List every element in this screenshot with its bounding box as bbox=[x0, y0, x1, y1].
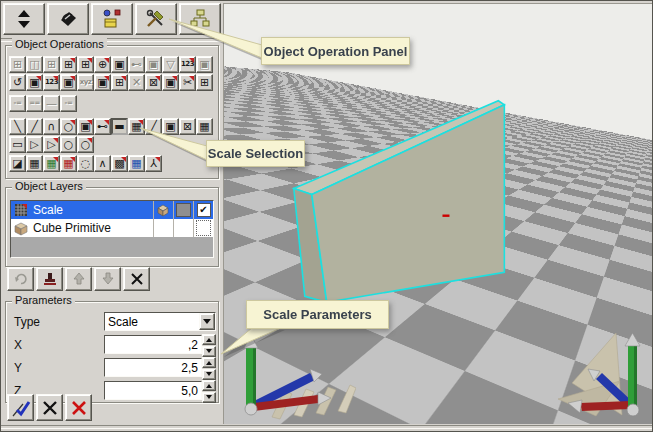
op-scale-icon[interactable]: ▦ bbox=[128, 118, 145, 135]
parameters-panel: Parameters Type Scale X ,2 Y 2,5 Z bbox=[5, 301, 219, 403]
cancel-x-icon bbox=[40, 398, 60, 418]
y-spin-up[interactable] bbox=[202, 357, 216, 368]
combo-dropdown-button[interactable] bbox=[199, 313, 215, 330]
stamp-button[interactable] bbox=[36, 267, 63, 291]
op-numbers-list-icon[interactable]: 123 bbox=[43, 74, 60, 91]
op-numbers-icon[interactable]: 123 bbox=[179, 56, 196, 73]
object-operations-button[interactable] bbox=[135, 3, 177, 35]
op-dimension-icon[interactable]: ⊷ bbox=[94, 118, 111, 135]
op-connector-d-icon: -= bbox=[60, 95, 77, 112]
move-down-button bbox=[94, 267, 121, 291]
main-toolbar bbox=[3, 3, 221, 35]
op-grid-red-icon[interactable]: ▦ bbox=[60, 155, 77, 172]
callout-object-operation-panel: Object Operation Panel bbox=[261, 37, 410, 65]
op-copy-slash-icon[interactable]: ▣ bbox=[162, 74, 179, 91]
op-paint-bucket-icon[interactable]: ◪ bbox=[9, 155, 26, 172]
op-box-cross-icon[interactable]: ⊠ bbox=[179, 118, 196, 135]
swap-vertical-icon bbox=[12, 7, 36, 31]
type-combobox[interactable]: Scale bbox=[104, 312, 216, 331]
parameters-title: Parameters bbox=[12, 294, 75, 306]
refresh-button bbox=[7, 267, 34, 291]
object-operations-grid: ⊞◫⊞⊞⊞⊕▣⊷▣▽123▣↺▣123▣xyz▣⊞✕⊠▣✂⊞-===—-=╲╱∩… bbox=[9, 56, 213, 173]
op-grid-dense-icon[interactable]: ⊞ bbox=[196, 74, 213, 91]
package-icon bbox=[100, 7, 124, 31]
op-connector-b-icon: == bbox=[26, 95, 43, 112]
op-tree-icon[interactable]: ⅄ bbox=[145, 155, 162, 172]
app-window: Object Operations ⊞◫⊞⊞⊞⊕▣⊷▣▽123▣↺▣123▣xy… bbox=[0, 0, 653, 432]
op-triangle-icon[interactable]: ▷ bbox=[26, 136, 43, 153]
z-spin-up[interactable] bbox=[202, 380, 216, 391]
op-copy-move-icon[interactable]: ▣ bbox=[60, 74, 77, 91]
fill-color-button[interactable] bbox=[47, 3, 89, 35]
export-package-button[interactable] bbox=[91, 3, 133, 35]
hierarchy-button[interactable] bbox=[179, 3, 221, 35]
viewport-3d[interactable] bbox=[223, 3, 652, 424]
op-scissors-icon[interactable]: ✂ bbox=[179, 74, 196, 91]
op-ellipse-b-icon[interactable]: ○ bbox=[77, 136, 94, 153]
op-polyline-icon[interactable]: ╲ bbox=[9, 118, 26, 135]
z-spin-down[interactable] bbox=[202, 392, 216, 403]
op-grid-all-icon[interactable]: ⊞ bbox=[77, 56, 94, 73]
hierarchy-icon bbox=[188, 7, 212, 31]
apply-button[interactable] bbox=[7, 394, 34, 421]
x-spin-up[interactable] bbox=[202, 334, 216, 345]
op-noise-icon[interactable]: ▩ bbox=[111, 155, 128, 172]
op-box-x-icon[interactable]: ⊠ bbox=[145, 74, 162, 91]
op-flatten-icon[interactable]: ▬ bbox=[111, 118, 128, 135]
layer-visible-checkbox[interactable]: ✔ bbox=[193, 201, 213, 219]
op-copy-object-icon[interactable]: ▣ bbox=[111, 56, 128, 73]
x-field[interactable]: ,2 bbox=[104, 335, 202, 354]
refresh-icon bbox=[13, 271, 29, 287]
object-layers-panel: Object Layers Scale ✔ bbox=[5, 187, 219, 267]
status-bar-divider bbox=[1, 425, 652, 429]
op-copy-stack-icon[interactable]: ▣ bbox=[94, 74, 111, 91]
x-spin-down[interactable] bbox=[202, 346, 216, 357]
layer-toolbar bbox=[7, 267, 150, 291]
op-copy-corner-icon[interactable]: ▣ bbox=[26, 74, 43, 91]
cube-icon bbox=[11, 219, 31, 237]
layer-visible-checkbox[interactable] bbox=[193, 219, 213, 237]
layer-row-cube-primitive[interactable]: Cube Primitive bbox=[11, 219, 213, 237]
type-value: Scale bbox=[105, 313, 199, 330]
op-ellipse-icon[interactable]: ○ bbox=[60, 136, 77, 153]
op-rectangle-icon[interactable]: ▭ bbox=[9, 136, 26, 153]
op-grid-green-icon[interactable]: ▦ bbox=[43, 155, 60, 172]
delete-layer-button[interactable] bbox=[123, 267, 150, 291]
op-triangle-b-icon[interactable]: ▷ bbox=[43, 136, 60, 153]
delete-button[interactable] bbox=[65, 394, 92, 421]
op-grid-heavy-icon[interactable]: ▦ bbox=[196, 118, 213, 135]
cancel-button[interactable] bbox=[36, 394, 63, 421]
type-label: Type bbox=[14, 315, 40, 329]
z-spinner bbox=[202, 380, 216, 401]
apply-check-icon bbox=[11, 398, 31, 418]
y-spin-down[interactable] bbox=[202, 369, 216, 380]
op-slant-icon[interactable]: ╱ bbox=[145, 118, 162, 135]
chevron-down-icon bbox=[203, 319, 211, 328]
fill-bucket-icon bbox=[56, 7, 80, 31]
swap-vertical-button[interactable] bbox=[3, 3, 45, 35]
op-circle-icon[interactable]: ○ bbox=[60, 118, 77, 135]
op-copy-ghost-icon: ▣ bbox=[145, 56, 162, 73]
op-cross-swap-icon: ✕ bbox=[128, 74, 145, 91]
op-target-circle-icon[interactable]: ⊕ bbox=[94, 56, 111, 73]
op-grid-blue-icon[interactable]: ▦ bbox=[128, 155, 145, 172]
op-box-dot-icon[interactable]: ▣ bbox=[162, 118, 179, 135]
op-box-center-icon[interactable]: ▣ bbox=[77, 118, 94, 135]
y-field[interactable]: 2,5 bbox=[104, 358, 202, 377]
op-grid-merge-icon[interactable]: ⊞ bbox=[60, 56, 77, 73]
layer-row-scale[interactable]: Scale ✔ bbox=[11, 201, 213, 219]
pivot-mark bbox=[442, 215, 449, 217]
op-grid-plus-icon[interactable]: ⊞ bbox=[111, 74, 128, 91]
op-line-icon[interactable]: ╱ bbox=[26, 118, 43, 135]
op-grid-plain-icon[interactable]: ▦ bbox=[26, 155, 43, 172]
op-caret-icon[interactable]: ∧ bbox=[94, 155, 111, 172]
op-arc-icon[interactable]: ∩ bbox=[43, 118, 60, 135]
z-field[interactable]: 5,0 bbox=[104, 381, 202, 400]
layer-name: Cube Primitive bbox=[31, 219, 153, 237]
op-dot-circle-icon[interactable]: ◌ bbox=[77, 155, 94, 172]
object-operations-panel: Object Operations ⊞◫⊞⊞⊞⊕▣⊷▣▽123▣↺▣123▣xy… bbox=[5, 45, 219, 179]
op-funnel-icon: ▽ bbox=[162, 56, 179, 73]
op-rotate-icon[interactable]: ↺ bbox=[9, 74, 26, 91]
delete-x-icon bbox=[69, 398, 89, 418]
move-up-button bbox=[65, 267, 92, 291]
